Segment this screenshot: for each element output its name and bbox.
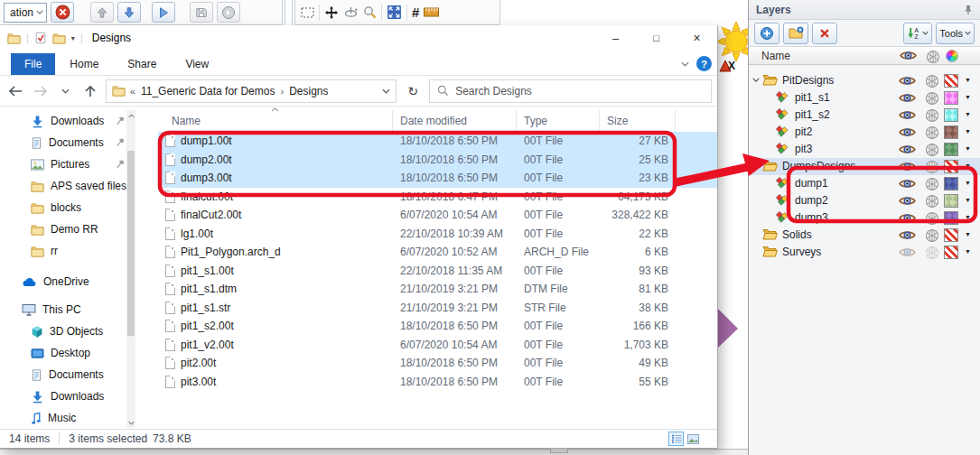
- chevron-down-icon[interactable]: ▼: [965, 162, 971, 169]
- sidebar-item-desktop[interactable]: Desktop: [0, 342, 140, 364]
- visibility-eye-icon[interactable]: [899, 75, 916, 87]
- save-button[interactable]: [190, 2, 213, 23]
- render-style-icon[interactable]: [925, 228, 939, 243]
- file-row-lg1-00t[interactable]: lg1.00t22/10/2018 10:39 AM00T File22 KB: [158, 225, 717, 244]
- file-row-pit3-00t[interactable]: pit3.00t18/10/2018 6:50 PM00T File55 KB: [158, 373, 717, 392]
- file-row-finalcut2-00t[interactable]: finalCut2.00t6/07/2020 10:54 AM00T File3…: [158, 206, 717, 225]
- stop-button[interactable]: [51, 2, 74, 23]
- sort-layers-button[interactable]: AZ: [903, 23, 932, 44]
- column-header-type[interactable]: Type: [517, 110, 600, 132]
- render-style-icon[interactable]: [925, 108, 939, 123]
- visibility-eye-icon[interactable]: [899, 161, 916, 172]
- layer-row-pit1-s2[interactable]: pit1_s2▼: [749, 107, 980, 124]
- sidebar-item-downloads[interactable]: Downloads: [0, 110, 140, 132]
- layer-row-pit3[interactable]: pit3▼: [749, 141, 980, 158]
- visibility-eye-icon[interactable]: [899, 178, 916, 190]
- sidebar-item-documents[interactable]: Documents: [0, 364, 140, 385]
- visibility-eye-icon[interactable]: [899, 246, 916, 258]
- file-row-pit1-s1-00t[interactable]: pit1_s1.00t22/10/2018 11:35 AM00T File93…: [158, 262, 717, 281]
- color-swatch[interactable]: [944, 228, 958, 242]
- expander-chevron-icon[interactable]: [752, 78, 760, 82]
- sidebar-item-pictures[interactable]: Pictures: [0, 153, 140, 175]
- pin-panel-icon[interactable]: [964, 5, 973, 15]
- file-row-dump3-00t[interactable]: dump3.00t18/10/2018 6:50 PM00T File23 KB: [158, 169, 717, 188]
- render-style-icon[interactable]: [925, 74, 939, 88]
- render-style-icon[interactable]: [925, 125, 939, 140]
- color-swatch[interactable]: [944, 91, 958, 105]
- layer-row-solids[interactable]: Solids▼: [749, 227, 980, 244]
- color-swatch[interactable]: [944, 143, 958, 156]
- column-header-size[interactable]: Size: [600, 110, 676, 132]
- sidebar-item-aps-saved-files[interactable]: APS saved files: [0, 175, 140, 197]
- render-style-icon[interactable]: [925, 91, 939, 106]
- ruler-icon[interactable]: [424, 7, 439, 17]
- layer-row-surveys[interactable]: Surveys▼: [749, 244, 980, 261]
- close-button[interactable]: ×: [677, 25, 717, 51]
- color-swatch[interactable]: [944, 246, 958, 259]
- column-header-date[interactable]: Date modified: [393, 110, 517, 132]
- color-swatch[interactable]: [944, 211, 958, 225]
- visibility-eye-icon[interactable]: [899, 212, 916, 224]
- breadcrumb-parent[interactable]: 11_Generic Data for Demos: [141, 85, 275, 98]
- chevron-down-icon[interactable]: ▼: [965, 94, 971, 100]
- sidebar-item-music[interactable]: Music: [0, 407, 140, 429]
- visibility-eye-icon[interactable]: [899, 229, 916, 241]
- up-button[interactable]: [90, 2, 114, 23]
- back-button[interactable]: [5, 85, 25, 98]
- delete-layer-button[interactable]: [812, 23, 837, 44]
- render-style-icon[interactable]: [925, 177, 939, 191]
- details-view-button[interactable]: [668, 432, 684, 446]
- visibility-eye-icon[interactable]: [899, 126, 916, 138]
- sidebar-item-rr[interactable]: rr: [0, 240, 140, 262]
- layer-row-pitdesigns[interactable]: PitDesigns▼: [749, 72, 980, 89]
- color-swatch[interactable]: [944, 160, 958, 173]
- chevron-down-icon[interactable]: ▼: [965, 77, 971, 83]
- layer-row-dump1[interactable]: dump1▼: [749, 175, 980, 192]
- up-button[interactable]: [80, 85, 100, 98]
- help-button[interactable]: ?: [696, 56, 712, 71]
- sidebar-scrollbar[interactable]: [126, 110, 135, 428]
- zoom-icon[interactable]: [363, 5, 377, 19]
- properties-check-icon[interactable]: [34, 32, 47, 44]
- column-header-name[interactable]: Name: [158, 110, 393, 132]
- quick-access-customize-icon[interactable]: ▾: [71, 34, 75, 42]
- ribbon-collapse-chevron-icon[interactable]: [681, 61, 689, 67]
- chevron-down-icon[interactable]: ▼: [965, 197, 971, 203]
- thumbnail-view-button[interactable]: [686, 432, 701, 446]
- sidebar-item-blocks[interactable]: blocks: [0, 197, 140, 218]
- chevron-down-icon[interactable]: ▼: [965, 145, 971, 152]
- render-style-icon[interactable]: [925, 160, 939, 174]
- tab-home[interactable]: Home: [55, 53, 113, 75]
- forward-button[interactable]: [31, 85, 51, 98]
- add-folder-button[interactable]: [783, 23, 808, 44]
- color-wheel-icon[interactable]: [946, 50, 958, 62]
- file-row-dump1-00t[interactable]: dump1.00t18/10/2018 6:50 PM00T File27 KB: [158, 132, 717, 151]
- refresh-button[interactable]: ↻: [402, 84, 424, 98]
- render-style-icon[interactable]: [925, 211, 939, 226]
- tab-share[interactable]: Share: [113, 53, 171, 75]
- file-row-pit1-s1-str[interactable]: pit1_s1.str21/10/2019 3:21 PMSTR File38 …: [158, 299, 717, 318]
- sidebar-item-demo-rr[interactable]: Demo RR: [0, 218, 140, 240]
- chevron-down-icon[interactable]: ▼: [965, 248, 971, 255]
- tab-file[interactable]: File: [11, 53, 55, 75]
- file-row-finalcut-00t[interactable]: finalcut.00t18/10/2018 6:47 PM00T File64…: [158, 188, 717, 207]
- color-swatch[interactable]: [944, 194, 958, 208]
- chevron-down-icon[interactable]: ▼: [965, 111, 971, 117]
- sidebar-item-3d-objects[interactable]: 3D Objects: [0, 320, 140, 342]
- file-row-pit1-s1-dtm[interactable]: pit1_s1.dtm21/10/2019 3:21 PMDTM File81 …: [158, 280, 717, 299]
- tab-view[interactable]: View: [171, 53, 223, 75]
- render-style-icon[interactable]: [925, 194, 939, 209]
- file-row-pit1-v2-00t[interactable]: pit1_v2.00t6/07/2020 10:54 AM00T File1,7…: [158, 336, 717, 355]
- address-dropdown-chevron-icon[interactable]: [382, 88, 390, 94]
- fit-screen-icon[interactable]: [387, 5, 402, 20]
- chevron-down-icon[interactable]: ▼: [965, 128, 971, 135]
- maximize-button[interactable]: □: [636, 25, 677, 51]
- sidebar-item-onedrive[interactable]: OneDrive: [0, 271, 140, 292]
- file-row-pit2-00t[interactable]: pit2.00t18/10/2018 6:50 PM00T File49 KB: [158, 354, 717, 373]
- rotate-icon[interactable]: [343, 5, 359, 19]
- visibility-eye-icon[interactable]: [899, 109, 916, 121]
- minimize-button[interactable]: –: [595, 25, 636, 51]
- file-row-pit1-polygon-arch-d[interactable]: Pit1_Polygon.arch_d6/07/2020 10:52 AMARC…: [158, 243, 717, 262]
- down-button[interactable]: [117, 2, 141, 23]
- sidebar-item-this-pc[interactable]: This PC: [0, 299, 140, 320]
